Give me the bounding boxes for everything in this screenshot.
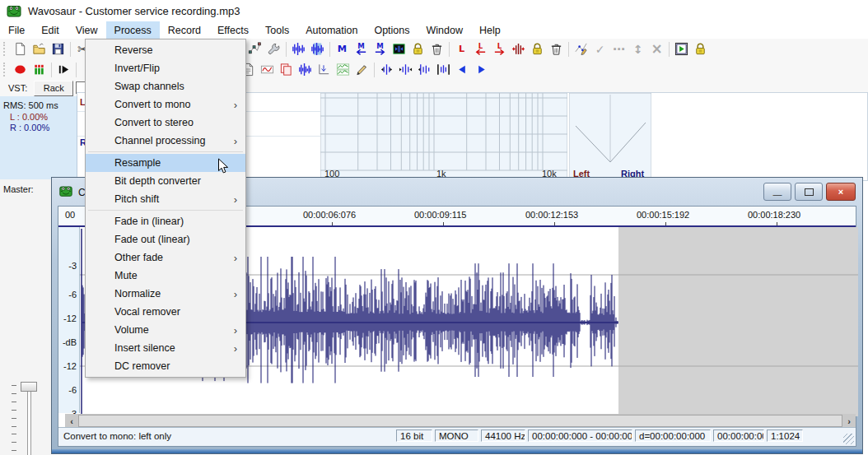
master-slider-track[interactable] [27,383,31,455]
menu-item-normalize[interactable]: Normalize› [86,285,245,303]
submenu-arrow-icon: › [234,99,237,111]
menu-item-fade-out-linear-[interactable]: Fade out (linear) [86,230,245,248]
marker-lock-button[interactable] [408,40,427,58]
loop-add-button[interactable]: L [452,40,471,58]
horizontal-scrollbar[interactable]: ‹ › [65,414,856,428]
scroll-right-arrow-icon[interactable]: › [842,414,856,428]
loop-next-button[interactable]: L [490,40,509,58]
zoom-selection-button[interactable] [377,61,396,79]
db-scale-label: -6 [68,290,77,299]
ruler-timestamp: 00:00:09:115 [414,210,466,220]
draw-sample-button[interactable] [352,61,371,79]
vst-rack-button[interactable]: Rack [34,81,73,96]
scroll-left-arrow-icon[interactable]: ‹ [65,414,78,428]
menu-item-volume[interactable]: Volume› [86,321,245,339]
setup-wrench-button[interactable] [264,40,283,58]
master-slider-tick [12,442,16,443]
status-cell-zoom: 1:1024 [767,429,803,442]
minimize-button[interactable]: — [763,183,791,201]
menu-item-vocal-remover[interactable]: Vocal remover [86,303,245,321]
master-slider-tick [12,410,16,411]
menubar-item-edit[interactable]: Edit [33,21,68,39]
menu-item-reverse[interactable]: Reverse [86,41,245,59]
menu-item-other-fade[interactable]: Other fade› [86,248,245,267]
menu-item-convert-to-mono[interactable]: Convert to mono› [86,95,245,114]
menubar-item-window[interactable]: Window [418,21,471,39]
zoom-selection-icon [380,63,394,77]
process-presets-icon [336,63,350,77]
menu-item-convert-to-stereo[interactable]: Convert to stereo [86,114,245,132]
envelope-points-button[interactable]: ⋯ [609,40,628,58]
master-slider-tick [12,434,16,434]
play-from-cursor-button[interactable] [54,61,73,79]
menubar-item-effects[interactable]: Effects [209,21,257,39]
go-previous-button[interactable] [453,61,472,79]
loop-previous-button[interactable]: L [471,40,490,58]
zoom-wave-button[interactable] [296,61,315,79]
zoom-all-button[interactable] [434,61,453,79]
toolbar-separator [329,42,330,57]
scrollbar-thumb[interactable] [78,415,842,427]
marker-next-button[interactable]: M [371,40,390,58]
marker-add-button[interactable]: M [333,40,352,58]
statistics-button[interactable] [258,61,277,79]
close-button[interactable]: × [826,183,856,201]
marker-region-button[interactable] [390,40,408,58]
copy-special-button[interactable] [277,61,296,79]
master-label: Master: [0,179,51,194]
marker-delete-icon [430,42,444,56]
play-enable-button[interactable] [672,40,691,58]
record-button[interactable] [11,61,30,79]
menubar-item-file[interactable]: File [0,21,33,39]
menu-item-insert-silence[interactable]: Insert silence› [86,339,245,357]
app-titlebar: Wavosaur - Customer service recording.mp… [0,0,868,21]
envelope-scale-button[interactable]: ↕ [628,40,647,58]
zoom-out-h-button[interactable] [415,61,434,79]
ruler-tick [554,222,555,225]
menu-separator [88,210,243,211]
menu-item-mute[interactable]: Mute [86,267,245,285]
menubar-item-record[interactable]: Record [160,21,209,39]
node-connections-button[interactable] [245,40,264,58]
save-file-button[interactable] [49,40,68,58]
resize-grip[interactable] [843,434,854,444]
marker-previous-button[interactable]: M [352,40,371,58]
menu-item-invert-flip[interactable]: Invert/Flip [86,59,245,77]
menubar-item-view[interactable]: View [68,21,106,39]
envelope-clear-button[interactable]: × [647,40,666,58]
loop-region-button[interactable] [509,40,528,58]
menu-item-pitch-shift[interactable]: Pitch shift› [86,190,245,208]
marker-delete-button[interactable] [427,40,446,58]
menubar-item-tools[interactable]: Tools [257,21,297,39]
loop-lock-button[interactable] [528,40,547,58]
menu-item-swap-channels[interactable]: Swap channels [86,77,245,95]
new-file-button[interactable] [11,40,30,58]
edit-lock-button[interactable] [691,40,710,58]
go-next-button[interactable] [472,61,491,79]
ruler-tick [332,222,333,225]
menu-item-label: Fade in (linear) [114,216,184,227]
zoom-vertical-button[interactable] [315,61,334,79]
master-slider-thumb[interactable] [21,382,37,392]
statistics-icon [260,63,274,77]
window-bottom-accent [52,449,862,453]
menubar-item-process[interactable]: Process [106,21,160,39]
loop-delete-button[interactable] [547,40,566,58]
open-file-button[interactable] [30,40,49,58]
menu-item-dc-remover[interactable]: DC remover [86,357,245,375]
envelope-draw-button[interactable] [572,40,590,58]
menubar-item-options[interactable]: Options [366,21,418,39]
envelope-draw-icon [574,42,588,56]
monitor-levels-button[interactable] [30,61,49,79]
maximize-button[interactable] [795,183,823,201]
process-presets-button[interactable] [334,61,352,79]
menu-item-channel-processing[interactable]: Channel processing› [86,132,245,150]
envelope-apply-button[interactable]: ✓ [590,40,609,58]
svg-text:M: M [376,42,383,50]
zoom-in-h-button[interactable] [396,61,415,79]
wave-selection-button[interactable] [308,40,327,58]
menubar-item-help[interactable]: Help [471,21,509,39]
menu-item-fade-in-linear-[interactable]: Fade in (linear) [86,212,245,230]
wave-copy-button[interactable] [289,40,308,58]
menubar-item-automation[interactable]: Automation [297,21,366,39]
